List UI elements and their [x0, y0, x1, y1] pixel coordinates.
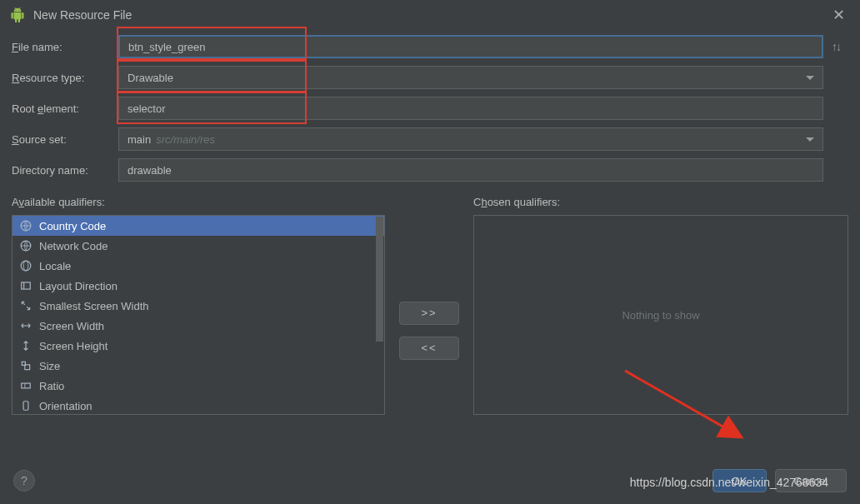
- list-item[interactable]: Country Code: [12, 216, 384, 236]
- move-buttons-column: >> <<: [395, 196, 463, 415]
- label-directory-name: Directory name:: [12, 164, 118, 177]
- svg-point-3: [23, 261, 28, 271]
- label-available: Available qualifiers:: [12, 196, 385, 208]
- form-area: File name: ↑↓ Resource type: Drawable Ro…: [0, 30, 860, 182]
- svg-rect-4: [22, 282, 31, 289]
- android-icon: [10, 7, 25, 22]
- list-item[interactable]: Locale: [12, 256, 384, 276]
- list-item-label: Smallest Screen Width: [39, 300, 149, 312]
- row-root-element: Root element:: [12, 97, 848, 120]
- source-set-select[interactable]: mainsrc/main/res: [118, 127, 823, 151]
- chosen-column: Chosen qualifiers: Nothing to show: [473, 196, 848, 415]
- list-item[interactable]: Orientation: [12, 396, 384, 414]
- ok-button[interactable]: OK: [712, 469, 767, 492]
- list-item[interactable]: Layout Direction: [12, 276, 384, 296]
- orient-icon: [19, 399, 32, 412]
- globe2-icon: [19, 259, 32, 272]
- list-item[interactable]: Size: [12, 356, 384, 376]
- root-element-input[interactable]: [118, 97, 823, 120]
- list-item-label: Screen Width: [39, 320, 104, 332]
- list-item-label: Locale: [39, 260, 71, 272]
- scrollbar-thumb[interactable]: [376, 217, 383, 342]
- resource-type-select[interactable]: Drawable: [118, 66, 823, 89]
- list-item-label: Network Code: [39, 240, 108, 252]
- file-name-input[interactable]: [118, 35, 823, 58]
- label-resource-type: Resource type:: [12, 72, 118, 84]
- label-source-set: Source set:: [12, 133, 118, 146]
- close-icon[interactable]: ✕: [828, 4, 850, 26]
- list-item-label: Country Code: [39, 220, 106, 232]
- globe-icon: [19, 239, 32, 252]
- list-item[interactable]: Screen Height: [12, 336, 384, 356]
- chevron-down-icon: [806, 137, 814, 142]
- list-item-label: Layout Direction: [39, 280, 118, 292]
- list-item-label: Screen Height: [39, 340, 108, 352]
- list-item-label: Size: [39, 360, 60, 372]
- chosen-listbox[interactable]: Nothing to show: [473, 215, 848, 415]
- move-right-button[interactable]: >>: [399, 302, 459, 325]
- row-directory-name: Directory name:: [12, 158, 848, 182]
- list-item[interactable]: Smallest Screen Width: [12, 296, 384, 316]
- list-item-label: Ratio: [39, 380, 64, 392]
- ratio-icon: [19, 379, 32, 392]
- layout-icon: [19, 279, 32, 292]
- sort-icon[interactable]: ↑↓: [823, 40, 848, 53]
- scrollbar[interactable]: [376, 217, 383, 413]
- width-icon: [19, 319, 32, 332]
- available-listbox[interactable]: Country CodeNetwork CodeLocaleLayout Dir…: [12, 215, 385, 415]
- titlebar: New Resource File ✕: [0, 0, 860, 30]
- move-left-button[interactable]: <<: [399, 337, 459, 360]
- source-set-value: mainsrc/main/res: [128, 133, 215, 146]
- label-chosen: Chosen qualifiers:: [473, 196, 848, 208]
- label-file-name: File name:: [12, 41, 118, 53]
- smallest-icon: [19, 299, 32, 312]
- globe-icon: [19, 219, 32, 232]
- dialog-title: New Resource File: [33, 8, 828, 22]
- list-item-label: Orientation: [39, 400, 92, 412]
- size-icon: [19, 359, 32, 372]
- list-item[interactable]: Network Code: [12, 236, 384, 256]
- svg-rect-8: [23, 402, 28, 411]
- qualifiers-section: Available qualifiers: Country CodeNetwor…: [0, 189, 860, 415]
- height-icon: [19, 339, 32, 352]
- row-source-set: Source set: mainsrc/main/res: [12, 127, 848, 151]
- label-root-element: Root element:: [12, 102, 118, 115]
- list-item[interactable]: Ratio: [12, 376, 384, 396]
- list-item[interactable]: Screen Width: [12, 316, 384, 336]
- row-resource-type: Resource type: Drawable: [12, 66, 848, 89]
- svg-point-2: [21, 261, 31, 271]
- cancel-button[interactable]: Cancel: [775, 469, 847, 492]
- bottom-bar: ? OK Cancel: [0, 457, 860, 504]
- available-column: Available qualifiers: Country CodeNetwor…: [12, 196, 385, 415]
- svg-rect-7: [22, 383, 31, 388]
- empty-text: Nothing to show: [622, 309, 699, 322]
- row-file-name: File name: ↑↓: [12, 35, 848, 58]
- help-button[interactable]: ?: [13, 470, 35, 492]
- chevron-down-icon: [806, 76, 814, 80]
- directory-name-input[interactable]: [118, 158, 823, 182]
- resource-type-value: Drawable: [128, 72, 173, 84]
